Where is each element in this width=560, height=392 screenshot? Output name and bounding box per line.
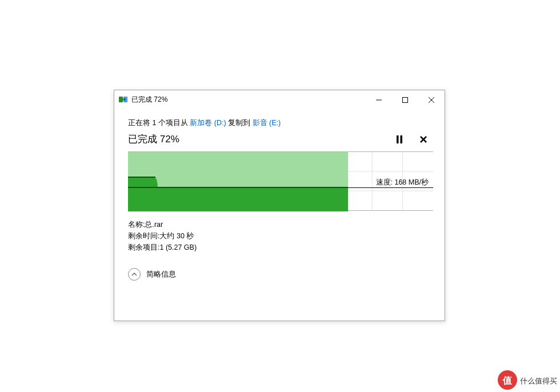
watermark-logo: 值 什么值得买 [497,368,560,392]
chart-fill [128,152,348,211]
svg-rect-6 [397,135,399,143]
window-title: 已完成 72% [131,95,366,105]
minimize-button[interactable] [366,90,392,109]
svg-rect-7 [401,135,403,143]
svg-rect-3 [403,97,408,102]
simple-info-label: 简略信息 [146,270,176,279]
progress-header: 已完成 72% [128,133,431,146]
progress-title: 已完成 72% [128,133,179,146]
detail-items: 剩余项目: 1 (5.27 GB) [128,242,431,253]
titlebar: 已完成 72% [114,90,445,109]
close-button[interactable] [418,90,445,109]
copy-details: 名称: 总.rar 剩余时间: 大约 30 秒 剩余项目: 1 (5.27 GB… [128,219,431,253]
window-controls [366,90,445,109]
dialog-content: 正在将 1 个项目从 新加卷 (D:) 复制到 影音 (E:) 已完成 72% [114,109,445,287]
progress-controls [394,134,431,145]
copy-description: 正在将 1 个项目从 新加卷 (D:) 复制到 影音 (E:) [128,118,431,128]
cancel-button[interactable] [418,134,429,145]
detail-time: 剩余时间: 大约 30 秒 [128,230,431,242]
maximize-button[interactable] [392,90,418,109]
speed-chart: 速度: 168 MB/秒 [128,151,433,211]
detail-name: 名称: 总.rar [128,219,431,230]
chevron-up-icon [128,268,141,281]
source-link[interactable]: 新加卷 (D:) [190,119,226,127]
pause-button[interactable] [394,134,405,145]
simple-info-toggle[interactable]: 简略信息 [128,268,431,281]
svg-text:值: 值 [502,375,512,385]
speed-label: 速度: 168 MB/秒 [376,178,429,187]
file-copy-dialog: 已完成 72% 正在将 1 个项目从 新加卷 (D:) 复制到 影音 (E:) … [114,90,445,321]
speed-reference-line [348,187,433,188]
destination-link[interactable]: 影音 (E:) [253,119,281,127]
svg-text:什么值得买: 什么值得买 [519,377,557,385]
copy-icon [119,95,128,105]
